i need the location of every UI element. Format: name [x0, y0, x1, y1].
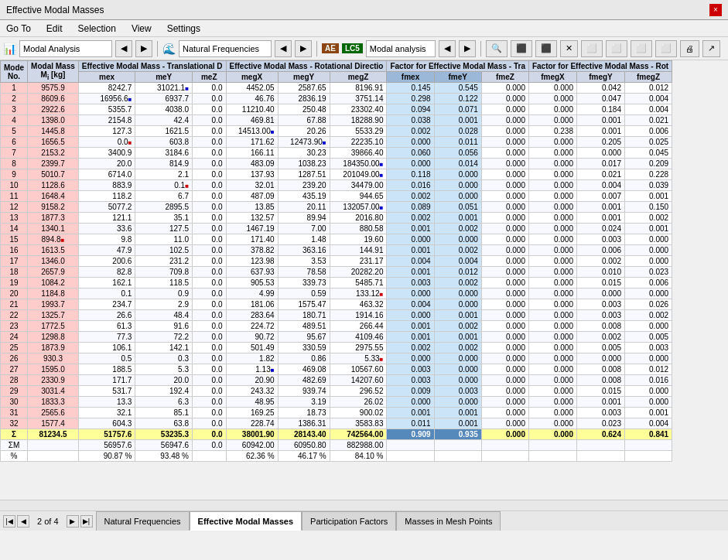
header-mode-no: ModeNo.: [1, 61, 28, 83]
sumM-row: ΣM56957.656947.60.060942.0060950.8088298…: [1, 440, 672, 451]
table-row: 111648.4118.26.70.0487.09435.19944.650.0…: [1, 191, 672, 202]
table-row: 129158.25077.22895.50.013.8520.11132057.…: [1, 202, 672, 213]
toolbar-icon-freq: 🌊: [162, 43, 176, 55]
header-mey: meY: [135, 72, 193, 83]
toolbar-mode-prev[interactable]: ◀: [439, 40, 456, 57]
toolbar-next-btn[interactable]: ▶: [135, 40, 152, 57]
toolbar-export[interactable]: ↗: [702, 40, 720, 57]
header-megx: megX: [226, 72, 278, 83]
header-mez: meZ: [192, 72, 226, 83]
table-row: 321577.4604.363.80.0228.741386.313583.83…: [1, 418, 672, 429]
sum-row: Σ81234.551757.653235.30.038001.9028143.4…: [1, 429, 672, 440]
header-factor-trans-group: Factor for Effective Modal Mass - Tra: [387, 61, 529, 72]
toolbar-mode-next[interactable]: ▶: [459, 40, 476, 57]
table-row: 82399.720.0814.90.0483.091038.23184350.0…: [1, 159, 672, 169]
menu-goto[interactable]: Go To: [3, 22, 34, 35]
menu-selection[interactable]: Selection: [75, 22, 119, 35]
table-row: 312565.632.185.10.0169.2518.73900.020.00…: [1, 408, 672, 418]
data-table: ModeNo. Modal MassMi [kg] Effective Moda…: [0, 60, 672, 462]
header-factor-rot-group: Factor for Effective Modal Mass - Rot: [528, 61, 672, 72]
header-megz: megZ: [330, 72, 387, 83]
toolbar-btn5[interactable]: ⬜: [631, 40, 652, 57]
header-fmex: fmex: [387, 72, 434, 83]
table-row: 26930.30.50.30.01.820.865.33■0.0000.0000…: [1, 353, 672, 364]
table-row: 182657.982.8709.80.0637.9378.5820282.200…: [1, 267, 672, 278]
table-row: 19575.98242.731021.1■0.04452.052587.6581…: [1, 83, 672, 94]
tab-nav-controls: |◀ ◀ 2 of 4 ▶ ▶|: [0, 511, 96, 531]
badge-ae: AE: [322, 43, 339, 53]
table-row: 221325.726.648.40.0283.64180.711914.160.…: [1, 310, 672, 321]
menu-bar: Go To Edit Selection View Settings: [0, 20, 728, 37]
tab-last-btn[interactable]: ▶|: [80, 515, 93, 528]
toolbar-search[interactable]: 🔍: [486, 40, 508, 57]
table-row: 41398.02154.842.40.0469.8167.8818288.900…: [1, 115, 672, 126]
toolbar-filter[interactable]: ⬛: [511, 40, 532, 57]
table-row: 161613.547.9102.50.0378.82363.16144.910.…: [1, 245, 672, 256]
header-modal-mass: Modal MassMi [kg]: [28, 61, 79, 83]
toolbar-btn6[interactable]: ⬜: [655, 40, 677, 57]
menu-edit[interactable]: Edit: [43, 22, 66, 35]
tab-first-btn[interactable]: |◀: [3, 515, 15, 528]
table-row: 241298.877.372.20.090.7295.674109.460.00…: [1, 332, 672, 343]
header-fmey: fmeY: [434, 72, 481, 83]
table-row: 131877.3121.135.10.0132.5789.942016.800.…: [1, 213, 672, 224]
tab-bar: |◀ ◀ 2 of 4 ▶ ▶| Natural Frequencies Eff…: [0, 510, 728, 531]
toolbar-freq-next[interactable]: ▶: [295, 40, 312, 57]
table-row: 15894.8■9.811.00.0171.401.4819.600.0000.…: [1, 234, 672, 245]
toolbar-print[interactable]: 🖨: [680, 40, 699, 57]
tab-prev-btn[interactable]: ◀: [17, 515, 29, 528]
menu-view[interactable]: View: [128, 22, 155, 35]
table-row: 72153.23400.93184.60.0166.1130.2339866.4…: [1, 148, 672, 159]
header-trans-group: Effective Modal Mass - Translational D: [78, 61, 226, 72]
table-row: 141340.133.6127.50.01467.197.00880.580.0…: [1, 224, 672, 234]
scrollbar-horizontal[interactable]: [0, 500, 728, 510]
header-fmegy: fmegY: [576, 72, 624, 83]
toolbar-btn4[interactable]: ⬜: [606, 40, 627, 57]
tab-next-btn[interactable]: ▶: [67, 515, 79, 528]
table-row: 61656.50.0■603.80.0171.6212473.90■22235.…: [1, 137, 672, 148]
header-fmegz: fmegZ: [624, 72, 672, 83]
toolbar-icon-analysis: 📊: [3, 43, 16, 55]
window-title: Effective Modal Masses: [6, 5, 104, 15]
header-fmegx: fmegX: [528, 72, 576, 83]
toolbar-prev-btn[interactable]: ◀: [115, 40, 132, 57]
close-button[interactable]: ×: [709, 4, 722, 16]
header-fmez: fmeZ: [481, 72, 528, 83]
table-row: 293031.4531.7192.40.0243.32939.74296.520…: [1, 386, 672, 397]
badge-lc5: LC5: [342, 43, 363, 53]
table-row: 95010.76714.02.10.0137.931287.51201049.0…: [1, 169, 672, 180]
table-row: 201184.80.10.90.04.990.59133.12■0.0000.0…: [1, 289, 672, 299]
table-row: 191084.2162.1118.50.0905.53339.735485.71…: [1, 278, 672, 289]
table-row: 101128.6883.90.1■0.032.01239.2034479.000…: [1, 180, 672, 191]
table-row: 51445.8127.31621.50.014513.00■20.265533.…: [1, 126, 672, 137]
tab-masses-mesh-points[interactable]: Masses in Mesh Points: [396, 511, 501, 531]
natural-frequencies-dropdown[interactable]: Natural Frequencies: [179, 40, 272, 57]
header-megy: megY: [278, 72, 330, 83]
pct-row: %90.87 %93.48 %62.36 %46.17 %84.10 %: [1, 451, 672, 462]
title-bar: Effective Modal Masses ×: [0, 0, 728, 20]
toolbar: 📊 Modal Analysis ◀ ▶ 🌊 Natural Frequenci…: [0, 37, 728, 60]
page-info: 2 of 4: [31, 517, 65, 526]
table-row: 171346.0200.6231.20.0123.983.53231.170.0…: [1, 256, 672, 267]
toolbar-toggle2[interactable]: ✕: [560, 40, 578, 57]
toolbar-freq-prev[interactable]: ◀: [275, 40, 292, 57]
table-row: 251873.9106.1142.10.0501.49330.592975.55…: [1, 343, 672, 353]
tab-effective-modal-masses[interactable]: Effective Modal Masses: [190, 511, 302, 531]
toolbar-toggle1[interactable]: ⬛: [535, 40, 557, 57]
modal-analysis-dropdown[interactable]: Modal Analysis: [19, 40, 112, 57]
header-rot-group: Effective Modal Mass - Rotational Direct…: [226, 61, 387, 72]
header-mex: mex: [78, 72, 135, 83]
table-row: 282330.9171.720.00.020.90482.6914207.600…: [1, 375, 672, 386]
table-row: 32922.65355.74038.00.011210.40250.482330…: [1, 104, 672, 115]
table-container[interactable]: ModeNo. Modal MassMi [kg] Effective Moda…: [0, 60, 728, 500]
table-row: 211993.7234.72.90.0181.061575.47463.320.…: [1, 299, 672, 310]
table-row: 301833.313.36.30.048.953.1926.020.0000.0…: [1, 397, 672, 408]
modal-analysis-mode-dropdown[interactable]: Modal analysis: [366, 40, 436, 57]
toolbar-btn3[interactable]: ⬜: [581, 40, 603, 57]
tab-natural-frequencies[interactable]: Natural Frequencies: [96, 511, 190, 531]
table-row: 28609.616956.6■6937.70.046.762836.193751…: [1, 94, 672, 104]
tab-participation-factors[interactable]: Participation Factors: [302, 511, 396, 531]
table-row: 271595.0188.55.30.01.13■469.0810567.600.…: [1, 364, 672, 375]
menu-settings[interactable]: Settings: [164, 22, 203, 35]
table-row: 231772.561.391.60.0224.72489.51266.440.0…: [1, 321, 672, 332]
